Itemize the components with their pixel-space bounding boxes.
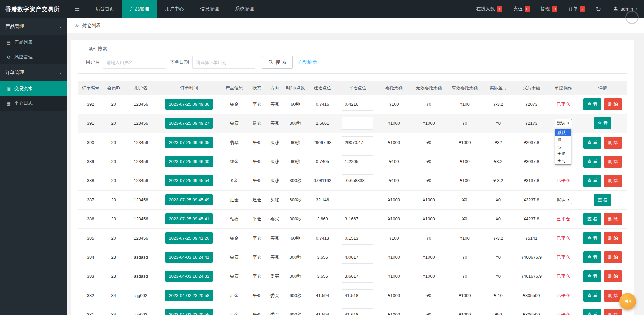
delete-button[interactable]: 删 除 [604, 232, 622, 244]
sidebar-item[interactable]: ▤产品列表 [0, 35, 67, 50]
dropdown-option[interactable]: 全亏 [555, 157, 571, 164]
close-point-input[interactable] [342, 155, 373, 168]
order-time-button[interactable]: 2023-07-25 09:49:36 [165, 99, 213, 110]
auto-refresh-link[interactable]: 自动刷新 [298, 59, 317, 65]
order-time-cell: 2023-07-25 09:45:41 [158, 209, 221, 228]
close-point-input[interactable] [342, 308, 373, 315]
username-input[interactable] [103, 56, 166, 69]
table-row: 389201234562023-07-25 09:46:00铂金平仓买涨60秒0… [78, 152, 627, 171]
delete-button[interactable]: 删 除 [604, 98, 622, 110]
close-point-input[interactable] [342, 174, 373, 187]
order-time-cell: 2023-07-25 09:49:36 [158, 95, 221, 114]
close-point-input[interactable] [342, 213, 373, 225]
sidebar-item[interactable]: ▦平仓日志 [0, 96, 67, 111]
control-select[interactable]: 默认▼ [555, 196, 572, 204]
delete-button[interactable]: 删 除 [604, 251, 622, 263]
order-time-button[interactable]: 2023-07-25 09:45:49 [165, 194, 213, 205]
view-button[interactable]: 查 看 [594, 194, 612, 206]
detail-cell: 查 看删 除 [578, 95, 627, 114]
floating-sound-button[interactable] [619, 293, 636, 310]
close-point-input[interactable] [342, 194, 373, 206]
control-select[interactable]: 默认▼ [555, 119, 572, 127]
date-input[interactable] [192, 56, 255, 69]
product-cell: K金 [221, 171, 248, 190]
delete-button[interactable]: 删 除 [604, 137, 622, 149]
close-point-input[interactable] [342, 136, 373, 149]
status-cell: 平仓 [248, 248, 266, 267]
close-point-input[interactable] [342, 251, 373, 264]
nav-stat-item[interactable]: 在线人数1 [471, 0, 508, 18]
open-point-cell: 32.146 [307, 190, 338, 209]
order-time-button[interactable]: 2023-04-03 16:24:32 [165, 271, 213, 282]
order-time-button[interactable]: 2023-07-25 09:45:54 [165, 175, 213, 186]
top-menu-item[interactable]: 后台首页 [87, 0, 122, 18]
order-time-button[interactable]: 2023-07-25 09:49:27 [165, 118, 213, 129]
dropdown-option[interactable]: 亏 [555, 143, 571, 150]
product-cell: 翡翠 [221, 133, 248, 152]
view-button[interactable]: 查 看 [583, 290, 601, 302]
delete-button[interactable]: 删 除 [604, 309, 622, 315]
refresh-icon[interactable]: ↻ [590, 5, 606, 13]
order-time-button[interactable]: 2023-04-03 16:24:41 [165, 252, 213, 263]
top-menu-item[interactable]: 系统管理 [227, 0, 262, 18]
close-point-cell [338, 305, 377, 315]
nav-stat-item[interactable]: 充值0 [508, 0, 535, 18]
product-cell: 钻石 [221, 267, 248, 286]
order-time-button[interactable]: 2023-07-25 09:46:05 [165, 137, 213, 148]
content-card: 条件搜索 用户名 下单日期 搜 索 自动刷新 订单编号会员ID用户名订单时间产品… [71, 40, 634, 315]
view-button[interactable]: 查 看 [583, 270, 601, 282]
dropdown-option[interactable]: 盈 [555, 136, 571, 143]
order-time-button[interactable]: 2023-04-02 23:20:55 [165, 309, 213, 315]
view-button[interactable]: 查 看 [594, 117, 612, 129]
close-point-input[interactable] [342, 98, 373, 111]
top-menu-item[interactable]: 用户中心 [157, 0, 192, 18]
order-time-cell: 2023-07-25 09:46:05 [158, 133, 221, 152]
close-point-input[interactable] [342, 289, 373, 302]
username-cell: zjg002 [124, 286, 157, 305]
sidebar-item[interactable]: ⚙风控管理 [0, 50, 67, 64]
sidebar-group-header[interactable]: 订单管理∨ [0, 64, 67, 81]
close-point-input[interactable] [342, 270, 373, 283]
order-time-button[interactable]: 2023-07-25 09:46:00 [165, 156, 213, 167]
sidebar-group-header[interactable]: 产品管理∨ [0, 18, 67, 35]
close-point-input[interactable] [342, 117, 373, 130]
view-button[interactable]: 查 看 [583, 251, 601, 263]
closed-status-label: 已平仓 [557, 235, 570, 241]
delete-button[interactable]: 删 除 [604, 156, 622, 168]
profit-cell: ¥0 [483, 267, 514, 286]
close-point-input[interactable] [342, 232, 373, 245]
after-balance-cell: ¥3037.8 [514, 152, 549, 171]
status-cell: 建仓 [248, 190, 266, 209]
delete-button[interactable]: 删 除 [604, 270, 622, 282]
order-time-button[interactable]: 2023-04-02 23:20:58 [165, 290, 213, 301]
view-button[interactable]: 查 看 [583, 98, 601, 110]
order-time-button[interactable]: 2023-07-25 09:45:41 [165, 213, 213, 224]
table-row: 38234zjg0022023-04-02 23:20:58足金平仓委买600秒… [78, 286, 627, 305]
search-button[interactable]: 搜 索 [262, 56, 293, 69]
view-button[interactable]: 查 看 [583, 232, 601, 244]
view-button[interactable]: 查 看 [583, 137, 601, 149]
view-button[interactable]: 查 看 [583, 156, 601, 168]
product-cell: 足金 [221, 190, 248, 209]
order-time-cell: 2023-07-25 09:49:27 [158, 114, 221, 133]
top-menu-item[interactable]: 信息管理 [192, 0, 227, 18]
view-button[interactable]: 查 看 [583, 309, 601, 315]
top-menu-item[interactable]: 产品管理 [122, 0, 157, 18]
dropdown-option[interactable]: 默认 [555, 129, 571, 136]
delete-button[interactable]: 删 除 [604, 213, 622, 225]
sidebar-item[interactable]: ▥交易流水 [0, 81, 67, 96]
direction-cell: 委买 [266, 267, 284, 286]
dropdown-option[interactable]: 全盈 [555, 150, 571, 157]
delete-button[interactable]: 删 除 [604, 175, 622, 187]
closed-status-label: 已平仓 [557, 255, 570, 260]
nav-stat-item[interactable]: 提现0 [535, 0, 563, 18]
chevron-down-icon: ▼ [567, 122, 570, 125]
nav-stat-item[interactable]: 订单2 [563, 0, 590, 18]
gear-icon: ⚙ [6, 55, 11, 60]
control-cell: 默认▼ [548, 190, 578, 209]
table-header-row: 订单编号会员ID用户名订单时间产品信息状态方向时间/点数建仓点位平仓点位委托余额… [78, 81, 627, 95]
order-time-button[interactable]: 2023-07-25 09:41:20 [165, 232, 213, 244]
view-button[interactable]: 查 看 [583, 175, 601, 187]
hamburger-icon[interactable]: ☰ [67, 0, 87, 18]
view-button[interactable]: 查 看 [583, 213, 601, 225]
